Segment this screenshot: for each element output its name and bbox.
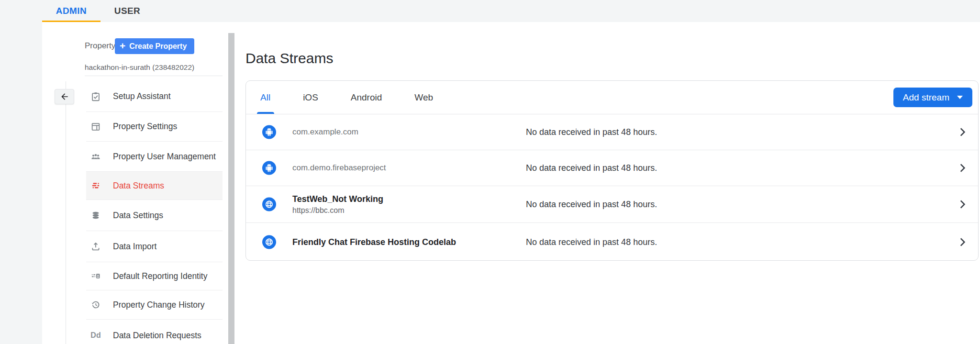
create-property-button[interactable]: + Create Property: [115, 38, 194, 54]
chevron-right-icon[interactable]: [956, 236, 969, 248]
collapse-column-button[interactable]: [55, 89, 74, 104]
setup-assistant-icon: [90, 91, 101, 102]
stream-status: No data received in past 48 hours.: [526, 237, 657, 247]
sidebar-item-label: Setup Assistant: [113, 91, 171, 101]
tab-web-label: Web: [414, 92, 433, 103]
property-settings-icon: [90, 121, 101, 133]
divider: [85, 76, 223, 76]
tab-all[interactable]: All: [246, 81, 285, 114]
stream-name: com.demo.firebaseproject: [292, 163, 386, 172]
column-scrollbar[interactable]: [228, 33, 234, 344]
sidebar-item-data-settings[interactable]: Data Settings: [86, 200, 223, 231]
create-property-label: Create Property: [129, 42, 187, 51]
tab-ios-label: iOS: [303, 92, 318, 103]
property-column-label: Property: [85, 41, 115, 51]
stream-status: No data received in past 48 hours.: [526, 127, 657, 137]
stream-name: com.example.com: [292, 127, 358, 136]
sidebar-item-label: Property Settings: [113, 122, 177, 132]
sidebar-item-label: Data Import: [113, 242, 156, 252]
property-column-border: [66, 81, 66, 344]
plus-icon: +: [120, 41, 125, 51]
stream-name: TestWeb_Not Working: [292, 194, 383, 204]
sidebar-item-setup-assistant[interactable]: Setup Assistant: [86, 81, 223, 112]
globe-icon: [262, 198, 276, 211]
sidebar-item-label: Data Settings: [113, 211, 163, 221]
tab-user[interactable]: USER: [100, 0, 154, 22]
stream-url: https://bbc.com: [292, 206, 383, 215]
sidebar-item-property-change-history[interactable]: Property Change History: [86, 290, 223, 320]
stream-status: No data received in past 48 hours.: [526, 200, 657, 210]
sidebar-item-data-import[interactable]: Data Import: [86, 231, 223, 262]
chevron-right-icon[interactable]: [956, 198, 969, 211]
left-page-margin: [0, 0, 42, 344]
chevron-right-icon[interactable]: [956, 126, 969, 138]
active-tab-indicator: [257, 112, 274, 114]
add-stream-button[interactable]: Add stream: [893, 88, 972, 107]
sidebar-item-default-reporting-identity[interactable]: Default Reporting Identity: [86, 262, 223, 290]
sidebar-item-data-streams[interactable]: Data Streams: [86, 172, 223, 200]
data-streams-icon: [90, 180, 101, 191]
stream-row-com-example-com[interactable]: com.example.com No data received in past…: [246, 114, 978, 150]
stream-row-friendly-chat[interactable]: Friendly Chat Firebase Hosting Codelab N…: [246, 223, 978, 261]
page-title: Data Streams: [245, 50, 333, 67]
stream-row-testweb-not-working[interactable]: TestWeb_Not Working https://bbc.com No d…: [246, 186, 978, 223]
tab-all-label: All: [260, 92, 270, 103]
tab-ios[interactable]: iOS: [289, 81, 333, 114]
database-icon: [90, 210, 101, 221]
admin-tab-underline: [42, 21, 100, 22]
data-streams-card: All iOS Android Web Add stream com.examp…: [245, 80, 979, 261]
sidebar-item-label: Property Change History: [113, 300, 205, 310]
android-icon: [262, 161, 276, 175]
dropdown-caret-icon: [957, 96, 963, 99]
stream-status: No data received in past 48 hours.: [526, 163, 657, 173]
tab-android-label: Android: [351, 92, 382, 103]
stream-filter-tabbar: All iOS Android Web Add stream: [246, 81, 978, 114]
stream-row-com-demo-firebaseproject[interactable]: com.demo.firebaseproject No data receive…: [246, 150, 978, 186]
history-icon: [90, 299, 101, 311]
upload-icon: [90, 241, 101, 252]
sidebar-item-data-deletion-requests[interactable]: Dd Data Deletion Requests: [86, 320, 223, 344]
sidebar-item-label: Data Streams: [113, 181, 164, 191]
android-icon: [262, 125, 276, 139]
property-name[interactable]: hackathon-in-surath (238482022): [85, 63, 194, 72]
add-stream-label: Add stream: [903, 92, 949, 103]
tab-web[interactable]: Web: [400, 81, 447, 114]
arrow-left-icon: [60, 92, 69, 101]
sidebar-item-property-user-management[interactable]: Property User Management: [86, 142, 223, 172]
reporting-identity-icon: [90, 270, 101, 282]
sidebar-item-property-settings[interactable]: Property Settings: [86, 112, 223, 142]
users-icon: [90, 151, 101, 162]
chevron-right-icon[interactable]: [956, 162, 969, 174]
stream-name: Friendly Chat Firebase Hosting Codelab: [292, 237, 456, 246]
sidebar-item-label: Data Deletion Requests: [113, 331, 201, 341]
sidebar-item-label: Default Reporting Identity: [113, 271, 207, 281]
tab-android[interactable]: Android: [336, 81, 397, 114]
sidebar-item-label: Property User Management: [113, 152, 216, 162]
tab-admin[interactable]: ADMIN: [42, 0, 100, 22]
globe-icon: [262, 235, 276, 249]
dd-letters-icon: Dd: [90, 330, 101, 341]
